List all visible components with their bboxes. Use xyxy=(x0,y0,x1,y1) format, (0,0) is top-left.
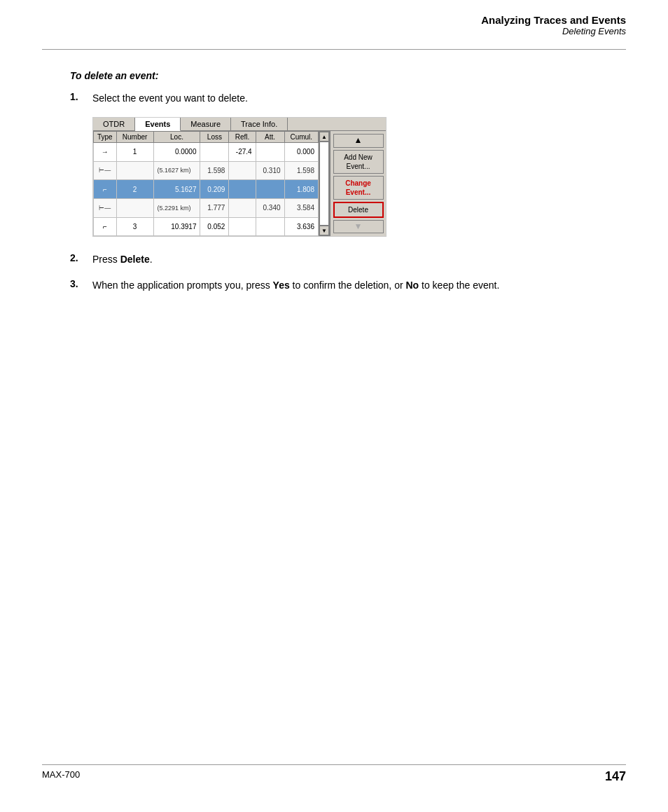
step-1-label: Select the event you want to delete. xyxy=(92,92,248,104)
section-title: Deleting Events xyxy=(481,26,626,36)
step-2: 2. Press Delete. xyxy=(70,252,626,267)
scrollbar: ▲ ▼ xyxy=(319,131,330,236)
col-type: Type xyxy=(94,132,117,143)
col-att: Att. xyxy=(256,132,284,143)
right-panel: ▲ Add NewEvent... ChangeEvent... Delete … xyxy=(330,131,386,236)
col-loss: Loss xyxy=(200,132,229,143)
step-1: 1. Select the event you want to delete. xyxy=(70,91,626,106)
cell-number xyxy=(116,198,153,217)
cell-loss xyxy=(200,143,229,162)
tab-events[interactable]: Events xyxy=(135,118,181,131)
cell-number: 1 xyxy=(116,143,153,162)
cell-cumul: 3.584 xyxy=(284,198,318,217)
footer-model: MAX-700 xyxy=(42,769,80,784)
cell-loc: 5.1627 xyxy=(153,180,200,199)
main-content: To delete an event: 1. Select the event … xyxy=(70,70,626,304)
cell-loc: (5.1627 km) xyxy=(153,161,200,180)
cell-refl xyxy=(229,198,256,217)
cell-cumul: 0.000 xyxy=(284,143,318,162)
step-3: 3. When the application prompts you, pre… xyxy=(70,278,626,293)
cell-refl xyxy=(229,217,256,236)
cell-loc: (5.2291 km) xyxy=(153,198,200,217)
footer: MAX-700 147 xyxy=(42,764,626,784)
scroll-down-button[interactable]: ▼ xyxy=(319,226,329,235)
cell-loc: 0.0000 xyxy=(153,143,200,162)
table-row[interactable]: ⊢— (5.1627 km) 1.598 0.310 1.598 xyxy=(94,161,319,180)
cell-type: ⊢— xyxy=(94,198,117,217)
cell-att xyxy=(256,180,284,199)
col-cumul: Cumul. xyxy=(284,132,318,143)
tab-trace-info[interactable]: Trace Info. xyxy=(231,118,288,130)
header: Analyzing Traces and Events Deleting Eve… xyxy=(481,14,626,36)
cell-refl xyxy=(229,161,256,180)
step-3-text: When the application prompts you, press … xyxy=(92,278,626,293)
down-arrow-button[interactable]: ▼ xyxy=(333,220,384,234)
header-rule xyxy=(42,49,626,50)
delete-button[interactable]: Delete xyxy=(333,202,384,218)
cell-refl: -27.4 xyxy=(229,143,256,162)
cell-type: ⊢— xyxy=(94,161,117,180)
cell-number: 3 xyxy=(116,217,153,236)
col-number: Number xyxy=(116,132,153,143)
table-row[interactable]: ⊢— (5.2291 km) 1.777 0.340 3.584 xyxy=(94,198,319,217)
table-row[interactable]: ⌐ 3 10.3917 0.052 3.636 xyxy=(94,217,319,236)
add-new-event-button[interactable]: Add NewEvent... xyxy=(333,150,384,174)
cell-att: 0.310 xyxy=(256,161,284,180)
cell-number: 2 xyxy=(116,180,153,199)
footer-rule xyxy=(42,764,626,765)
col-refl: Refl. xyxy=(229,132,256,143)
table-wrapper: Type Number Loc. Loss Refl. Att. Cumul. … xyxy=(93,131,386,236)
cell-type: → xyxy=(94,143,117,162)
tab-bar: OTDR Events Measure Trace Info. xyxy=(93,118,386,131)
cell-number xyxy=(116,161,153,180)
cell-type: ⌐ xyxy=(94,180,117,199)
step-3-number: 3. xyxy=(70,278,92,289)
step-2-bold: Delete xyxy=(120,254,150,265)
change-event-button[interactable]: ChangeEvent... xyxy=(333,176,384,200)
step-2-text: Press Delete. xyxy=(92,252,626,267)
cell-att xyxy=(256,217,284,236)
step-1-text: Select the event you want to delete. xyxy=(92,91,626,106)
step-2-number: 2. xyxy=(70,252,92,263)
cell-att: 0.340 xyxy=(256,198,284,217)
footer-page: 147 xyxy=(605,769,626,784)
section-heading: To delete an event: xyxy=(70,70,626,81)
cell-cumul: 1.808 xyxy=(284,180,318,199)
cell-type: ⌐ xyxy=(94,217,117,236)
col-loc: Loc. xyxy=(153,132,200,143)
scroll-up-button[interactable]: ▲ xyxy=(319,132,329,142)
scroll-track xyxy=(319,142,329,226)
cell-refl xyxy=(229,180,256,199)
table-row[interactable]: → 1 0.0000 -27.4 0.000 xyxy=(94,143,319,162)
step-3-bold-yes: Yes xyxy=(273,280,290,291)
tab-otdr[interactable]: OTDR xyxy=(93,118,135,130)
cell-cumul: 3.636 xyxy=(284,217,318,236)
cell-loss: 1.598 xyxy=(200,161,229,180)
cell-loss: 0.209 xyxy=(200,180,229,199)
cell-loc: 10.3917 xyxy=(153,217,200,236)
chapter-title: Analyzing Traces and Events xyxy=(481,14,626,26)
footer-content: MAX-700 147 xyxy=(42,769,626,784)
cell-loss: 0.052 xyxy=(200,217,229,236)
up-arrow-button[interactable]: ▲ xyxy=(333,134,384,148)
table-row[interactable]: ⌐ 2 5.1627 0.209 1.808 xyxy=(94,180,319,199)
step-3-bold-no: No xyxy=(405,280,419,291)
page: Analyzing Traces and Events Deleting Eve… xyxy=(0,0,668,812)
cell-loss: 1.777 xyxy=(200,198,229,217)
cell-att xyxy=(256,143,284,162)
tab-measure[interactable]: Measure xyxy=(181,118,231,130)
events-table: Type Number Loc. Loss Refl. Att. Cumul. … xyxy=(93,131,319,236)
cell-cumul: 1.598 xyxy=(284,161,318,180)
ui-screenshot: OTDR Events Measure Trace Info. Type Num… xyxy=(92,117,387,237)
step-1-number: 1. xyxy=(70,91,92,102)
